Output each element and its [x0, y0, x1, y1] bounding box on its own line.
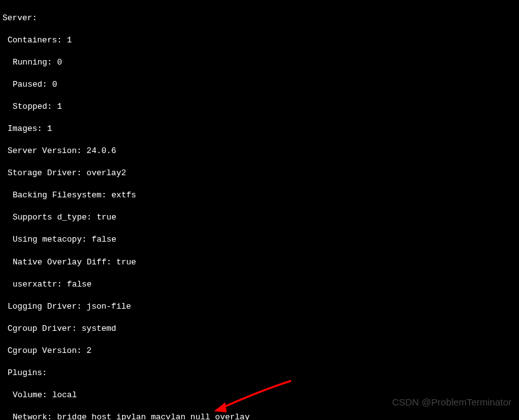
- running-line: Running: 0: [3, 57, 516, 68]
- images-line: Images: 1: [3, 123, 516, 135]
- logging-driver-line: Logging Driver: json-file: [3, 301, 516, 312]
- storage-driver-line: Storage Driver: overlay2: [3, 168, 516, 179]
- cgroup-version-line: Cgroup Version: 2: [3, 345, 516, 357]
- paused-line: Paused: 0: [3, 79, 516, 90]
- volume-line: Volume: local: [3, 390, 516, 401]
- network-line: Network: bridge host ipvlan macvlan null…: [3, 412, 516, 420]
- native-overlay-line: Native Overlay Diff: true: [3, 257, 516, 268]
- supports-dtype-line: Supports d_type: true: [3, 212, 516, 223]
- stopped-line: Stopped: 1: [3, 101, 516, 113]
- cgroup-driver-line: Cgroup Driver: systemd: [3, 323, 516, 335]
- backing-fs-line: Backing Filesystem: extfs: [3, 190, 516, 201]
- containers-line: Containers: 1: [3, 35, 516, 46]
- userxattr-line: userxattr: false: [3, 279, 516, 290]
- plugins-header: Plugins:: [3, 368, 516, 379]
- terminal-output[interactable]: Server: Containers: 1 Running: 0 Paused:…: [0, 0, 519, 420]
- server-version-line: Server Version: 24.0.6: [3, 145, 516, 157]
- server-header: Server:: [3, 13, 516, 24]
- using-metacopy-line: Using metacopy: false: [3, 234, 516, 245]
